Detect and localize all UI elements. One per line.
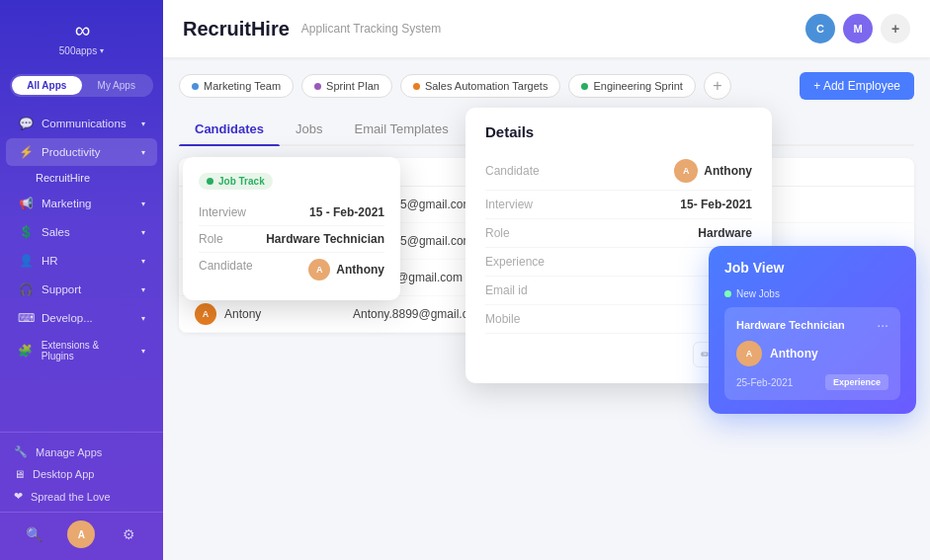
sidebar: ∞ 500apps ▾ All Apps My Apps 💬 Communica…	[0, 0, 163, 560]
desktop-app-icon: 🖥	[14, 468, 25, 480]
popup-candidate-cell: A Anthony	[308, 259, 384, 280]
popup-row-candidate: Candidate A Anthony	[199, 253, 384, 286]
sidebar-item-communications[interactable]: 💬 Communications ▾	[6, 110, 157, 137]
all-apps-tab[interactable]: All Apps	[12, 76, 82, 95]
logo-chevron-icon[interactable]: ▾	[100, 46, 104, 55]
details-title: Details	[485, 123, 752, 140]
new-jobs-dot	[724, 290, 731, 297]
popup-candidate-avatar: A	[308, 259, 330, 280]
desktop-app-item[interactable]: 🖥 Desktop App	[6, 463, 157, 485]
filter-bar: Marketing Team Sprint Plan Sales Automat…	[179, 72, 914, 100]
add-employee-button[interactable]: + Add Employee	[800, 72, 914, 100]
logo-icon: ∞	[75, 18, 89, 43]
filter-dot	[413, 83, 420, 90]
candidate-avatar: A	[195, 303, 216, 325]
filter-dot	[581, 83, 588, 90]
sidebar-item-extensions[interactable]: 🧩 Extensions & Plugins ▾	[6, 333, 157, 368]
my-apps-tab[interactable]: My Apps	[82, 76, 152, 95]
user-avatar[interactable]: A	[67, 520, 95, 548]
sidebar-item-hr[interactable]: 👤 HR ▾	[6, 247, 157, 275]
job-card-avatar: A	[736, 341, 762, 366]
logo-text: 500apps ▾	[59, 45, 104, 56]
candidate-cell: A Antony	[195, 303, 353, 325]
header-right: C M +	[805, 14, 910, 43]
chevron-down-icon: ▾	[141, 347, 145, 356]
sidebar-item-productivity[interactable]: ⚡ Productivity ▾	[6, 138, 157, 166]
job-card-date: 25-Feb-2021	[736, 377, 793, 388]
chevron-down-icon: ▾	[141, 228, 145, 237]
page-title: RecruitHire	[183, 18, 290, 40]
avatar-add[interactable]: +	[881, 14, 910, 43]
job-card-menu-icon[interactable]: ···	[877, 317, 888, 333]
job-view-title: Job View	[724, 260, 900, 276]
marketing-icon: 📢	[18, 197, 34, 210]
filter-dot	[314, 83, 321, 90]
details-row-interview: Interview 15- Feb-2021	[485, 191, 752, 219]
job-card-experience-badge: Experience	[825, 374, 888, 390]
chevron-down-icon: ▾	[141, 200, 145, 208]
avatar-m[interactable]: M	[843, 14, 873, 43]
job-view-card: Job View New Jobs Hardware Technician ··…	[709, 246, 916, 414]
filter-tag-marketing[interactable]: Marketing Team	[179, 74, 294, 98]
logo-area: ∞ 500apps ▾	[0, 0, 163, 66]
filter-tag-sales[interactable]: Sales Automation Targets	[400, 74, 561, 98]
support-icon: 🎧	[18, 282, 34, 296]
sidebar-item-develop[interactable]: ⌨ Develop... ▾	[6, 304, 157, 332]
header: RecruitHire Applicant Tracking System C …	[163, 0, 930, 58]
job-card-name: Anthony	[770, 347, 818, 360]
sidebar-navigation: 💬 Communications ▾ ⚡ Productivity ▾ Recr…	[0, 105, 163, 432]
manage-apps-icon: 🔧	[14, 445, 28, 458]
details-candidate-avatar: A	[674, 159, 698, 183]
job-track-popup: Job Track Interview 15 - Feb-2021 Role H…	[183, 157, 400, 300]
content-area: Marketing Team Sprint Plan Sales Automat…	[163, 58, 930, 560]
develop-icon: ⌨	[18, 311, 34, 325]
sidebar-item-recruithire[interactable]: RecruitHire	[0, 167, 163, 189]
sidebar-item-sales[interactable]: 💲 Sales ▾	[6, 218, 157, 246]
chevron-down-icon: ▾	[141, 285, 145, 294]
popup-row-role: Role Hardware Technician	[199, 226, 384, 253]
filter-dot	[192, 83, 199, 90]
search-footer-icon[interactable]: 🔍	[20, 520, 47, 548]
main-content: RecruitHire Applicant Tracking System C …	[163, 0, 930, 560]
manage-apps-item[interactable]: 🔧 Manage Apps	[6, 440, 157, 463]
communications-icon: 💬	[18, 117, 34, 130]
sidebar-footer: 🔍 A ⚙	[0, 512, 163, 552]
details-row-role: Role Hardware	[485, 219, 752, 248]
chevron-down-icon: ▾	[141, 314, 145, 323]
app-tabs: All Apps My Apps	[10, 74, 153, 97]
status-dot	[207, 178, 213, 185]
job-card-header: Hardware Technician ···	[736, 317, 888, 333]
tab-email-templates[interactable]: Email Templates	[339, 114, 465, 144]
heart-icon: ❤	[14, 490, 23, 503]
popup-row-interview: Interview 15 - Feb-2021	[199, 200, 384, 226]
job-card-footer: 25-Feb-2021 Experience	[736, 374, 888, 390]
header-subtitle: Applicant Tracking System	[301, 22, 441, 36]
productivity-icon: ⚡	[18, 145, 34, 159]
filter-tag-engineering[interactable]: Engineering Sprint	[568, 74, 696, 98]
job-card-role: Hardware Technician	[736, 319, 845, 331]
filter-tag-sprint[interactable]: Sprint Plan	[301, 74, 392, 98]
sidebar-bottom: 🔧 Manage Apps 🖥 Desktop App ❤ Spread the…	[0, 432, 163, 512]
sidebar-item-marketing[interactable]: 📢 Marketing ▾	[6, 190, 157, 217]
details-candidate-cell: A Anthony	[674, 159, 752, 183]
chevron-down-icon: ▾	[141, 148, 145, 157]
hr-icon: 👤	[18, 254, 34, 268]
tab-candidates[interactable]: Candidates	[179, 114, 280, 144]
job-card-inner: Hardware Technician ··· A Anthony 25-Feb…	[724, 307, 900, 400]
job-track-tag: Job Track	[199, 173, 273, 190]
chevron-down-icon: ▾	[141, 257, 145, 266]
avatar-c[interactable]: C	[805, 14, 835, 43]
settings-footer-icon[interactable]: ⚙	[116, 520, 143, 548]
job-view-tag: New Jobs	[724, 288, 780, 299]
chevron-down-icon: ▾	[141, 120, 145, 128]
spread-love-item[interactable]: ❤ Spread the Love	[6, 485, 157, 508]
sidebar-item-support[interactable]: 🎧 Support ▾	[6, 276, 157, 303]
filter-add-button[interactable]: +	[704, 72, 731, 100]
details-row-candidate: Candidate A Anthony	[485, 152, 752, 191]
sales-icon: 💲	[18, 225, 34, 239]
extensions-icon: 🧩	[18, 344, 34, 358]
job-card-candidate: A Anthony	[736, 341, 888, 366]
tab-jobs[interactable]: Jobs	[280, 114, 338, 144]
